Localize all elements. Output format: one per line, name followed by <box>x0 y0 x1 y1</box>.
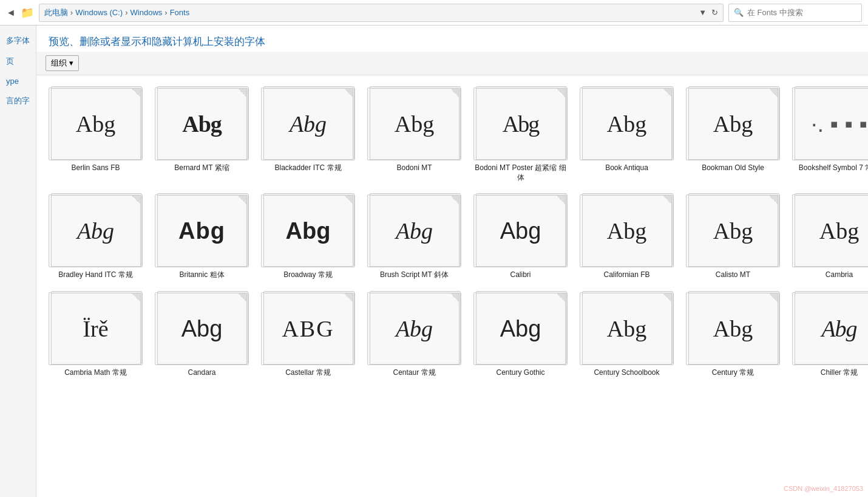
font-name-label: Broadway 常规 <box>283 270 333 280</box>
font-preview-inner: Abg <box>263 88 353 160</box>
font-name-label: Californian FB <box>603 270 649 280</box>
font-card[interactable]: AbgBodoni MT Poster 超紧缩 细体 <box>470 84 571 185</box>
font-card[interactable]: AbgCentaur 常规 <box>364 289 464 381</box>
nav-item-4[interactable]: 言的字 <box>0 92 36 110</box>
font-card[interactable]: AbgBodoni MT <box>364 84 464 185</box>
path-windows[interactable]: Windows <box>131 8 163 17</box>
font-icon-wrapper: Abg <box>686 292 780 365</box>
font-icon-wrapper: Abg <box>155 87 249 160</box>
font-preview-text: Abg <box>713 219 753 242</box>
font-icon-wrapper: Abg <box>367 194 461 267</box>
font-preview-text: Abg <box>286 219 331 242</box>
font-preview-text: Abg <box>396 219 433 242</box>
font-card[interactable]: ABGCastellar 常规 <box>258 289 358 381</box>
font-card[interactable]: AbgCalisto MT <box>683 191 783 283</box>
font-card[interactable]: AbgCandara <box>152 289 252 381</box>
font-preview-inner: Ïrě <box>51 293 141 365</box>
font-icon-wrapper: ABG <box>261 292 355 365</box>
font-card[interactable]: AbgCentury Schoolbook <box>577 289 677 381</box>
font-preview-text: Abg <box>607 317 646 340</box>
font-icon-wrapper: Abg <box>686 194 780 267</box>
font-preview-text: Abg <box>182 112 222 135</box>
font-name-label: Century Gothic <box>496 368 544 378</box>
font-card[interactable]: AbgBlackadder ITC 常规 <box>258 84 358 185</box>
font-card[interactable]: AbgCentury 常规 <box>683 289 783 381</box>
font-name-label: Candara <box>188 368 215 378</box>
font-card[interactable]: ·. ▪ ▪ ▪Bookshelf Symbol 7 常规 <box>789 84 868 185</box>
font-preview-inner: Abg <box>370 195 459 267</box>
address-path[interactable]: 此电脑 › Windows (C:) › Windows › Fonts ▼ ↻ <box>39 4 724 22</box>
font-preview-text: Abg <box>395 112 434 135</box>
font-preview-text: Abg <box>77 219 114 242</box>
font-card[interactable]: AbgBradley Hand ITC 常规 <box>46 191 146 283</box>
font-card[interactable]: AbgCambria <box>789 191 868 283</box>
font-icon-wrapper: Abg <box>155 194 249 267</box>
search-input[interactable] <box>747 8 856 17</box>
font-preview-text: Abg <box>713 112 753 135</box>
refresh-icon[interactable]: ↻ <box>711 8 718 17</box>
font-icon-wrapper: Abg <box>155 292 249 365</box>
font-name-label: Bookman Old Style <box>702 163 764 173</box>
organize-button[interactable]: 组织 ▾ <box>46 55 79 71</box>
font-card[interactable]: AbgBrush Script MT 斜体 <box>364 191 464 283</box>
font-preview-text: Abg <box>500 317 541 340</box>
font-name-label: Calisto MT <box>716 270 750 280</box>
font-preview-text: Abg <box>290 112 327 135</box>
font-preview-text: Abg <box>821 317 856 340</box>
font-card[interactable]: AbgBerlin Sans FB <box>46 84 146 185</box>
font-card[interactable]: AbgBritannic 粗体 <box>152 191 252 283</box>
font-preview-inner: Abg <box>476 88 566 160</box>
nav-item-1[interactable]: 多字体 <box>0 32 36 50</box>
path-fonts[interactable]: Fonts <box>170 8 190 17</box>
font-preview-inner: Abg <box>795 195 869 267</box>
font-preview-text: Ïrě <box>83 317 108 340</box>
font-card[interactable]: AbgChiller 常规 <box>789 289 868 381</box>
nav-item-2[interactable]: 页 <box>0 52 36 70</box>
font-icon-wrapper: Abg <box>473 87 568 160</box>
font-name-label: Chiller 常规 <box>821 368 858 378</box>
font-preview-text: Abg <box>500 219 541 242</box>
font-card[interactable]: ÏrěCambria Math 常规 <box>46 289 146 381</box>
left-panel: 多字体 页 ype 言的字 <box>0 26 36 497</box>
path-dropdown-icon[interactable]: ▼ <box>699 8 707 17</box>
font-preview-inner: Abg <box>370 88 459 160</box>
font-card[interactable]: AbgCalibri <box>470 191 571 283</box>
font-icon-wrapper: Abg <box>686 87 780 160</box>
font-icon-wrapper: Ïrě <box>49 292 143 365</box>
font-preview-inner: Abg <box>157 195 247 267</box>
font-preview-inner: Abg <box>688 88 778 160</box>
font-preview-text: Abg <box>607 219 646 242</box>
page-header: 预览、删除或者显示和隐藏计算机上安装的字体 <box>36 26 868 52</box>
font-icon-wrapper: ·. ▪ ▪ ▪ <box>792 87 868 160</box>
path-windows-c[interactable]: Windows (C:) <box>75 8 123 17</box>
font-preview-inner: Abg <box>157 293 247 365</box>
font-icon-wrapper: Abg <box>367 87 461 160</box>
font-preview-inner: ·. ▪ ▪ ▪ <box>795 88 869 160</box>
font-name-label: Britannic 粗体 <box>179 270 224 280</box>
toolbar: 组织 ▾ ▦ ▾ <box>36 52 868 75</box>
font-preview-text: Abg <box>396 317 433 340</box>
nav-item-3[interactable]: ype <box>0 73 36 89</box>
font-icon-wrapper: Abg <box>49 87 143 160</box>
font-preview-inner: Abg <box>688 195 778 267</box>
font-icon-wrapper: Abg <box>792 194 868 267</box>
search-box[interactable]: 🔍 <box>728 4 862 22</box>
font-name-label: Blackadder ITC 常规 <box>274 163 341 173</box>
back-icon[interactable]: ◄ <box>6 7 16 18</box>
font-preview-inner: Abg <box>370 293 459 365</box>
font-card[interactable]: AbgBookman Old Style <box>683 84 783 185</box>
font-card[interactable]: AbgCentury Gothic <box>470 289 571 381</box>
font-preview-inner: Abg <box>795 293 869 365</box>
font-preview-inner: ABG <box>263 293 353 365</box>
font-card[interactable]: AbgBook Antiqua <box>577 84 677 185</box>
main-content: 多字体 页 ype 言的字 预览、删除或者显示和隐藏计算机上安装的字体 组织 ▾… <box>0 26 868 497</box>
font-preview-inner: Abg <box>582 195 672 267</box>
font-card[interactable]: AbgCalifornian FB <box>577 191 677 283</box>
font-preview-inner: Abg <box>476 293 566 365</box>
font-preview-inner: Abg <box>51 88 141 160</box>
font-name-label: Book Antiqua <box>605 163 648 173</box>
font-preview-inner: Abg <box>582 88 672 160</box>
font-card[interactable]: AbgBroadway 常规 <box>258 191 358 283</box>
font-card[interactable]: AbgBernard MT 紧缩 <box>152 84 252 185</box>
path-this-pc[interactable]: 此电脑 <box>44 7 68 18</box>
